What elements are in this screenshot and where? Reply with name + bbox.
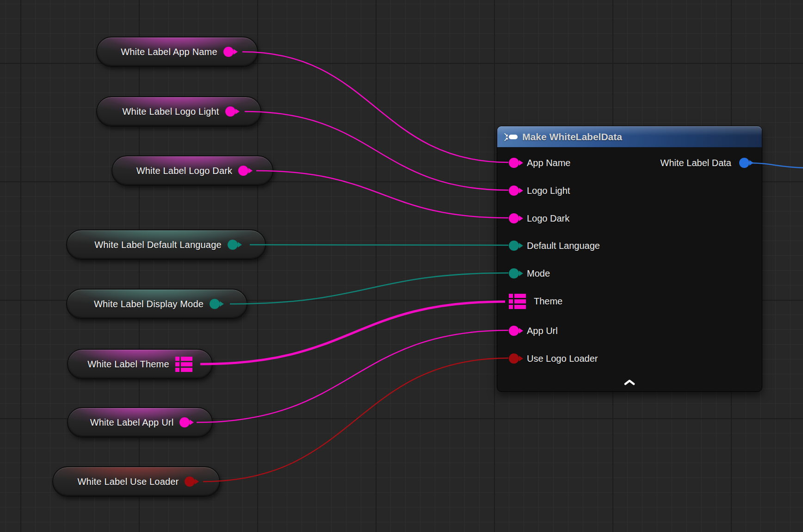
node-title: Make WhiteLabelData [522,131,622,142]
node-header[interactable]: ↘↗ Make WhiteLabelData [497,126,762,148]
getter-node-white-label-logo-dark[interactable]: White Label Logo Dark [111,155,273,186]
output-pin[interactable] [210,299,220,309]
getter-label: White Label Default Language [94,240,222,250]
output-row-white-label-data: White Label Data [661,155,749,171]
collapse-node-button[interactable] [620,377,639,387]
getter-node-white-label-theme[interactable]: White Label Theme [67,349,213,379]
getter-node-white-label-logo-light[interactable]: White Label Logo Light [96,96,261,127]
getter-node-white-label-app-name[interactable]: White Label App Name [96,37,258,67]
wire-logo-light[interactable] [245,111,508,190]
make-whitelabeldata-node[interactable]: ↘↗ Make WhiteLabelData App Name Logo Lig… [497,126,762,392]
pin-label: Default Language [527,241,600,251]
input-pin[interactable] [509,186,519,196]
output-pin[interactable] [238,166,248,176]
getter-label: White Label Logo Dark [136,166,233,176]
make-struct-icon: ↘↗ [504,132,518,142]
getter-label: White Label App Url [90,417,174,428]
struct-grid-icon[interactable] [509,294,526,309]
wire-default-language[interactable] [250,245,508,245]
getter-label: White Label Logo Light [123,106,219,117]
input-row-mode: Mode [509,265,550,282]
wire-logo-dark[interactable] [256,171,508,218]
getter-label: White Label App Name [121,47,217,57]
input-row-app-name: App Name [509,155,571,171]
input-pin[interactable] [509,158,519,168]
wire-display-mode[interactable] [230,273,508,304]
wire-theme[interactable] [200,302,505,364]
output-pin[interactable] [225,106,235,117]
getter-label: White Label Use Loader [78,476,179,487]
output-pin[interactable] [223,47,234,57]
input-pin[interactable] [509,213,519,223]
output-pin[interactable] [228,240,238,250]
input-row-logo-dark: Logo Dark [509,210,569,227]
wire-use-loader[interactable] [203,358,508,482]
chevron-up-icon [624,379,636,385]
pin-label: Theme [534,296,562,307]
input-row-theme: Theme [509,293,562,309]
pin-label: Logo Dark [527,213,569,224]
pin-label: White Label Data [661,158,731,168]
pin-label: Use Logo Loader [527,353,598,364]
getter-node-white-label-use-loader[interactable]: White Label Use Loader [52,466,220,497]
input-pin[interactable] [509,353,519,364]
input-row-use-logo-loader: Use Logo Loader [509,350,598,367]
pin-label: Mode [527,268,550,279]
getter-label: White Label Display Mode [94,299,204,309]
input-pin[interactable] [509,268,519,278]
blueprint-graph-canvas[interactable]: White Label App Name White Label Logo Li… [0,0,803,532]
pin-label: App Name [527,158,571,168]
wire-app-url[interactable] [197,330,508,422]
pin-label: Logo Light [527,186,570,196]
input-pin[interactable] [509,326,519,336]
pin-label: App Url [527,326,558,336]
getter-node-white-label-app-url[interactable]: White Label App Url [67,407,213,438]
getter-node-white-label-default-language[interactable]: White Label Default Language [66,229,266,260]
wire-app-name[interactable] [242,52,508,162]
input-row-default-language: Default Language [509,237,600,254]
input-row-logo-light: Logo Light [509,182,570,199]
getter-node-white-label-display-mode[interactable]: White Label Display Mode [66,289,247,319]
input-row-app-url: App Url [509,322,558,339]
output-pin[interactable] [179,417,190,427]
input-pin[interactable] [509,241,519,251]
getter-label: White Label Theme [87,359,169,370]
output-pin[interactable] [185,476,195,487]
struct-grid-icon[interactable] [175,357,192,372]
